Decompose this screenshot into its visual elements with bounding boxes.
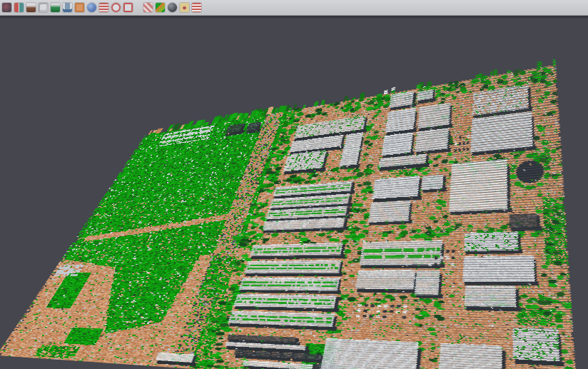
- open-project-icon[interactable]: [2, 3, 11, 12]
- classification-colors-icon[interactable]: [156, 3, 165, 12]
- viewport-3d-canvas[interactable]: [0, 0, 588, 369]
- main-toolbar: [0, 0, 588, 16]
- ruler-column-icon[interactable]: [63, 3, 72, 12]
- flag-stripes-icon[interactable]: [192, 3, 201, 12]
- dem-surface-icon[interactable]: [51, 3, 60, 12]
- orthophoto-icon[interactable]: [75, 3, 84, 12]
- terrain-mound-icon[interactable]: [26, 3, 36, 12]
- marker-target-icon[interactable]: [180, 3, 189, 12]
- circle-select-icon[interactable]: [111, 3, 121, 12]
- application-window: [0, 0, 588, 369]
- profile-lines-icon[interactable]: [99, 3, 108, 12]
- point-cloud-icon[interactable]: [39, 3, 48, 12]
- texture-checker-icon[interactable]: [143, 3, 153, 12]
- viewport-top-border: [0, 16, 588, 18]
- align-points-icon[interactable]: [14, 3, 24, 12]
- globe-orbit-icon[interactable]: [87, 3, 96, 12]
- render-sphere-icon[interactable]: [168, 3, 177, 12]
- rectangle-select-icon[interactable]: [123, 3, 133, 12]
